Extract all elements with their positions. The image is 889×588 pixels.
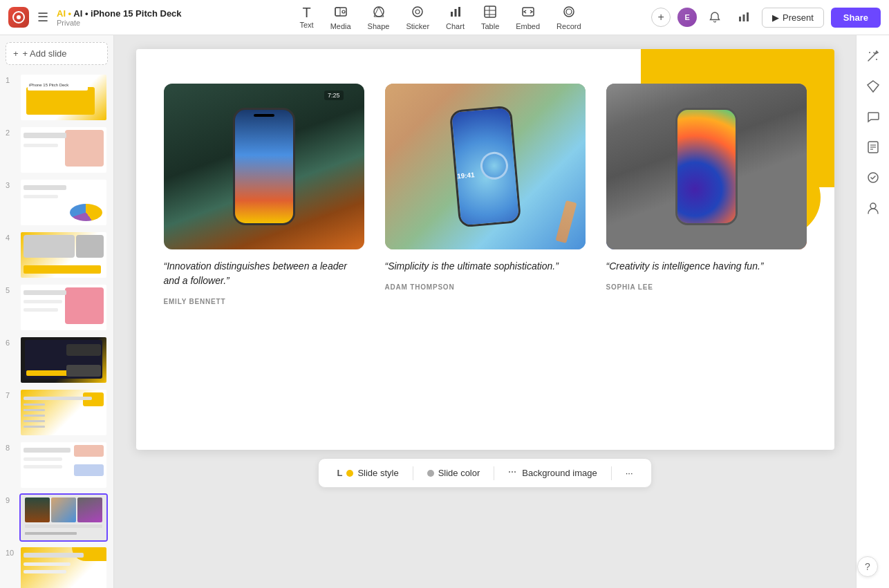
tool-record[interactable]: Record — [550, 2, 588, 33]
slide-item-2[interactable]: 2 — [6, 126, 108, 174]
tool-text[interactable]: T Text — [292, 3, 320, 32]
hamburger-menu[interactable]: ☰ — [35, 7, 51, 28]
slide-number-10: 10 — [6, 549, 15, 557]
more-options-button[interactable]: ··· — [619, 465, 640, 481]
slide-item-1[interactable]: 1 iPhone 15 Pitch Deck — [6, 73, 108, 122]
slide-thumb-5[interactable] — [19, 283, 108, 332]
slide-thumb-3[interactable] — [19, 178, 108, 227]
svg-point-24 — [876, 59, 877, 60]
text-icon: T — [302, 6, 310, 19]
add-collaborator-button[interactable]: + — [651, 8, 671, 27]
slide-item-6[interactable]: 6 — [6, 336, 108, 384]
diamond-button[interactable] — [861, 74, 886, 99]
svg-point-17 — [564, 7, 574, 17]
table-icon — [483, 5, 497, 21]
slide-style-label: Slide style — [357, 468, 398, 478]
tool-chart[interactable]: Chart — [439, 2, 471, 33]
slide-item-5[interactable]: 5 — [6, 283, 108, 332]
top-toolbar: ☰ AI • AI • iPhone 15 Pitch Deck Private… — [0, 0, 889, 35]
app-logo — [8, 7, 29, 28]
record-label: Record — [556, 22, 581, 30]
add-slide-button[interactable]: + + Add slide — [6, 42, 108, 65]
slide-thumb-6[interactable] — [19, 336, 108, 384]
quote-card-1: 7:25 “Innovation distinguishes between a… — [164, 84, 364, 305]
slide-thumb-1[interactable]: iPhone 15 Pitch Deck — [19, 73, 108, 122]
slide-color-button[interactable]: Slide color — [420, 465, 487, 481]
quote-card-3: “Creativity is intelligence having fun.”… — [606, 84, 807, 305]
slide-thumb-10[interactable] — [19, 546, 108, 588]
color-dot-icon — [427, 470, 434, 477]
comment-button[interactable] — [861, 104, 886, 129]
thumb-inner-10 — [21, 547, 106, 588]
tool-sticker[interactable]: Sticker — [399, 2, 436, 33]
slide-item-4[interactable]: 4 — [6, 231, 108, 279]
slide-item-3[interactable]: 3 — [6, 178, 108, 227]
doc-info: AI • AI • iPhone 15 Pitch Deck Private — [57, 8, 182, 27]
ai-label: AI • — [57, 8, 71, 19]
slide-thumb-2[interactable] — [19, 126, 108, 174]
phone-mockup-1 — [233, 108, 295, 225]
tool-table[interactable]: Table — [474, 2, 506, 33]
svg-marker-25 — [868, 81, 879, 92]
slide-thumb-9[interactable] — [19, 493, 108, 542]
slide-item-8[interactable]: 8 — [6, 441, 108, 489]
user-avatar[interactable]: E — [677, 8, 697, 27]
quote-image-3 — [606, 84, 807, 249]
quote-author-2: ADAM THOMPSON — [385, 283, 586, 291]
text-label: Text — [299, 21, 313, 29]
divider-1 — [413, 466, 413, 480]
right-panel — [856, 35, 889, 588]
thumb-inner-2 — [21, 127, 106, 173]
slide-thumb-4[interactable] — [19, 231, 108, 279]
quote-author-3: SOPHIA LEE — [606, 283, 807, 291]
sticker-icon — [411, 5, 424, 21]
svg-point-4 — [342, 10, 345, 13]
slide-number-4: 4 — [6, 234, 15, 242]
phone-screen-2: 19:41 — [451, 108, 519, 226]
slide-style-button[interactable]: L Slide style — [330, 465, 405, 481]
quote-text-1: “Innovation distinguishes between a lead… — [164, 259, 364, 288]
notification-button[interactable] — [704, 6, 726, 28]
slide-item-7[interactable]: 7 — [6, 388, 108, 437]
slide-canvas: 7:25 “Innovation distinguishes between a… — [136, 49, 834, 450]
divider-2 — [494, 466, 494, 480]
quotes-grid: 7:25 “Innovation distinguishes between a… — [164, 84, 807, 305]
share-button[interactable]: Share — [831, 8, 881, 28]
style-l-icon: L — [337, 468, 342, 478]
record-icon — [562, 5, 576, 21]
slide-thumb-8[interactable] — [19, 441, 108, 489]
slide-content: 7:25 “Innovation distinguishes between a… — [164, 84, 807, 305]
tool-embed[interactable]: Embed — [509, 2, 547, 33]
shape-label: Shape — [368, 22, 390, 30]
phone-screen-1 — [235, 110, 293, 223]
quote-text-2: “Simplicity is the ultimate sophisticati… — [385, 259, 586, 274]
tool-media[interactable]: Media — [324, 2, 358, 33]
main-layout: + + Add slide 1 iPhone 15 Pitch Deck 2 — [0, 35, 889, 588]
style-dot-icon — [346, 470, 353, 477]
toolbar-center: T Text Media Shape Sticker — [230, 2, 651, 33]
slide-item-9[interactable]: 9 — [6, 493, 108, 542]
notes-button[interactable] — [861, 135, 886, 160]
slide-number-7: 7 — [6, 391, 15, 399]
slide-color-label: Slide color — [438, 468, 480, 478]
present-button[interactable]: ▶ Present — [762, 8, 824, 28]
svg-point-7 — [413, 7, 422, 17]
stats-button[interactable] — [733, 6, 755, 28]
add-icon: + — [13, 48, 19, 59]
bg-image-button[interactable]: Background image — [501, 464, 603, 482]
help-button[interactable]: ? — [857, 556, 878, 577]
embed-icon — [521, 5, 535, 21]
tool-shape[interactable]: Shape — [361, 2, 397, 33]
svg-point-8 — [415, 10, 420, 14]
user-button[interactable] — [861, 196, 886, 220]
quote-image-1: 7:25 — [164, 84, 364, 249]
magic-wand-button[interactable] — [861, 44, 886, 68]
slide-thumb-7[interactable] — [19, 388, 108, 437]
slide-item-10[interactable]: 10 — [6, 546, 108, 588]
svg-rect-11 — [458, 7, 460, 17]
check-button[interactable] — [861, 165, 886, 190]
table-label: Table — [481, 22, 499, 30]
more-options-label: ··· — [626, 468, 633, 478]
help-label: ? — [865, 561, 870, 572]
slide-number-3: 3 — [6, 181, 15, 189]
